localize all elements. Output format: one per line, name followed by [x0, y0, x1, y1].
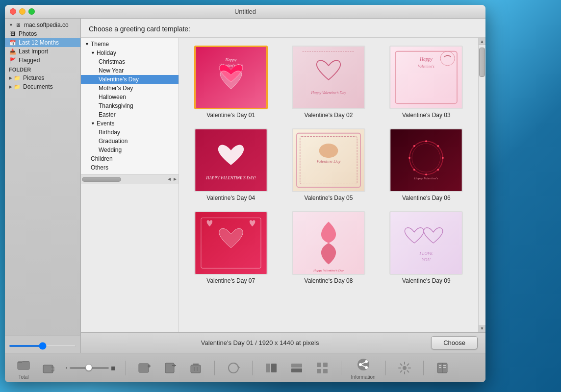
- slider-group: ▪ ◼: [66, 365, 116, 371]
- tree-item-easter[interactable]: Easter: [81, 110, 178, 119]
- template-label-6: Valentine's Day 06: [402, 195, 451, 201]
- dialog-header-text: Choose a greeting card template:: [89, 25, 190, 33]
- folder-section-label: FOLDER: [5, 65, 80, 74]
- tree-item-theme[interactable]: ▼ Theme: [81, 40, 178, 49]
- sidebar-last12-label: Last 12 Months: [19, 39, 59, 46]
- tree-item-mothersday[interactable]: Mother's Day: [81, 84, 178, 93]
- svg-text:YOU: YOU: [422, 257, 431, 262]
- sidebar-item-last12months[interactable]: 📅 Last 12 Months: [5, 38, 80, 47]
- slider-large-icon: ◼: [111, 365, 116, 371]
- tree-item-halloween[interactable]: Halloween: [81, 93, 178, 101]
- rotate-button[interactable]: [225, 359, 242, 377]
- svg-text:Happy Valentine's: Happy Valentine's: [414, 176, 438, 180]
- tree-scroll-right-arrow[interactable]: ▶: [173, 176, 178, 182]
- template-item-4[interactable]: HAPPY VALENTINE'S DAY! Valentine's Day 0…: [187, 128, 275, 201]
- layout-2-button[interactable]: [288, 359, 306, 377]
- template-item-3[interactable]: Happy Valentine's Valentine's Day 03: [382, 46, 470, 119]
- template-item-2[interactable]: Happy Valentine's Day Valentine's Day 02: [284, 46, 372, 119]
- template-item-1[interactable]: Happy Valentine's Day Valentine's Day 01: [187, 46, 275, 119]
- svg-rect-55: [317, 363, 321, 367]
- template-tree: ▼ Theme ▼ Holiday Christmas New Year: [81, 38, 179, 174]
- sidebar-item-pictures-parent[interactable]: ▶ 📁 Pictures: [5, 74, 80, 82]
- svg-text:Happy: Happy: [419, 56, 433, 62]
- template-grid: Happy Valentine's Day Valentine's Day 01: [179, 38, 478, 332]
- add-card-button[interactable]: [136, 359, 153, 377]
- book-button[interactable]: [434, 359, 451, 377]
- events-disclosure-icon: ▼: [91, 121, 95, 126]
- svg-point-25: [425, 173, 427, 175]
- svg-rect-39: [139, 364, 149, 372]
- sidebar-item-documents[interactable]: ▶ 📁 Documents: [5, 82, 80, 91]
- dialog-header: Choose a greeting card template:: [81, 19, 485, 38]
- svg-rect-58: [323, 369, 328, 373]
- svg-point-27: [408, 157, 410, 159]
- svg-text:Valentine Day: Valentine Day: [316, 159, 340, 164]
- tree-item-christmas[interactable]: Christmas: [81, 57, 178, 66]
- tree-item-graduation[interactable]: Graduation: [81, 137, 178, 146]
- layout-3-button[interactable]: [313, 359, 331, 377]
- zoom-slider[interactable]: [70, 367, 109, 369]
- close-button[interactable]: [10, 8, 16, 15]
- template-item-7[interactable]: Valentine's Day 07: [187, 211, 275, 284]
- svg-marker-50: [238, 366, 240, 368]
- tree-item-newyear[interactable]: New Year: [81, 66, 178, 75]
- import-button[interactable]: [40, 359, 58, 377]
- template-item-9[interactable]: I LOVE YOU Valentine's Day 09: [382, 211, 470, 284]
- tree-item-wedding[interactable]: Wedding: [81, 146, 178, 154]
- sidebar-item-lastimport[interactable]: 📥 Last Import: [5, 47, 80, 56]
- tree-item-thanksgiving[interactable]: Thanksgiving: [81, 101, 178, 110]
- toolbar-divider-3: [252, 361, 253, 375]
- sidebar-item-source[interactable]: ▼ 🖥 mac.softpedia.co: [5, 21, 80, 29]
- scrollbar-down-arrow[interactable]: ▼: [479, 325, 486, 332]
- maximize-button[interactable]: [28, 8, 35, 15]
- import-icon: 📥: [9, 48, 17, 55]
- toolbar: Total ▪ ◼: [5, 353, 485, 382]
- template-label-9: Valentine's Day 09: [402, 277, 451, 284]
- sidebar-item-photos[interactable]: 🖼 Photos: [5, 29, 80, 38]
- tree-item-holiday[interactable]: ▼ Holiday: [81, 49, 178, 57]
- toolbar-group-info: Information: [351, 356, 376, 380]
- tree-scroll-left-arrow[interactable]: ◀: [167, 176, 172, 182]
- template-label-1: Valentine's Day 01: [206, 112, 255, 119]
- choose-button[interactable]: Choose: [431, 336, 478, 349]
- photos-icon: 🖼: [9, 30, 17, 37]
- template-item-6[interactable]: Happy Valentine's Valentine's Day 06: [382, 128, 470, 201]
- tree-item-children[interactable]: Children: [81, 154, 178, 163]
- layout-1-button[interactable]: [262, 359, 280, 377]
- add-item-button[interactable]: [161, 359, 179, 377]
- zoom-slider-knob[interactable]: [85, 364, 92, 371]
- sidebar-flagged-label: Flagged: [19, 57, 40, 64]
- template-label-3: Valentine's Day 03: [402, 112, 451, 119]
- settings-button[interactable]: [396, 359, 413, 377]
- tree-item-valentinesday[interactable]: Valentine's Day: [81, 75, 178, 84]
- svg-rect-45: [191, 365, 201, 373]
- template-item-5[interactable]: Valentine Day Valentine's Day 05: [284, 128, 372, 201]
- svg-text:Valentine's: Valentine's: [418, 64, 435, 69]
- template-item-8[interactable]: Happy Valentine's Day Valentine's Day 08: [284, 211, 372, 284]
- svg-point-65: [403, 366, 407, 370]
- svg-text:I LOVE: I LOVE: [419, 251, 434, 256]
- thumbnail-size-slider[interactable]: [9, 345, 76, 347]
- delete-button[interactable]: [187, 359, 204, 377]
- tree-scroll-thumb[interactable]: [82, 177, 121, 182]
- scrollbar-thumb[interactable]: [479, 48, 485, 77]
- tree-item-others[interactable]: Others: [81, 163, 178, 172]
- pictures-folder-icon: 📁: [13, 74, 21, 81]
- sidebar-item-flagged[interactable]: 🚩 Flagged: [5, 56, 80, 65]
- svg-rect-56: [323, 363, 328, 367]
- tree-item-birthday[interactable]: Birthday: [81, 128, 178, 137]
- template-label-4: Valentine's Day 04: [206, 195, 255, 201]
- scrollbar-up-arrow[interactable]: ▲: [479, 38, 486, 45]
- svg-text:HAPPY VALENTINE'S DAY!: HAPPY VALENTINE'S DAY!: [205, 175, 256, 180]
- tree-item-events[interactable]: ▼ Events: [81, 119, 178, 128]
- svg-rect-53: [291, 364, 302, 368]
- toolbar-group-open: Total: [15, 356, 32, 380]
- share-button[interactable]: [355, 356, 372, 373]
- svg-point-17: [319, 144, 338, 158]
- minimize-button[interactable]: [19, 8, 26, 15]
- open-folder-button[interactable]: [15, 356, 32, 373]
- svg-point-23: [442, 157, 444, 159]
- flag-icon: 🚩: [9, 57, 17, 64]
- svg-rect-52: [271, 364, 277, 372]
- sidebar-source-label: mac.softpedia.co: [24, 22, 69, 28]
